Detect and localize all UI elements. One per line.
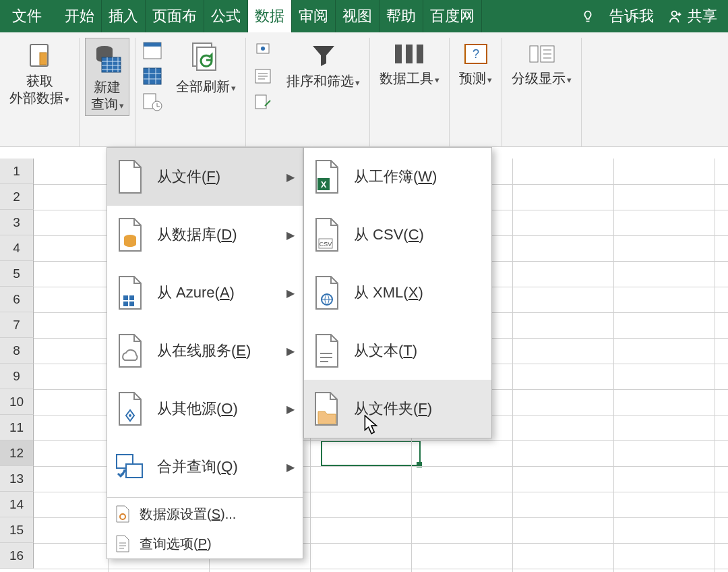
properties-icon[interactable] (251, 65, 274, 88)
get-external-data-button[interactable]: 获取外部数据 (5, 38, 73, 109)
row-header[interactable]: 6 (0, 287, 34, 312)
row-header[interactable]: 13 (0, 466, 34, 492)
svg-rect-16 (395, 45, 402, 63)
connections-icon[interactable] (251, 39, 274, 62)
submenu-from-text[interactable]: 从文本(T) (304, 322, 491, 380)
file-folder-icon (311, 390, 343, 428)
menu-from-other[interactable]: 从其他源(O) ▶ (107, 380, 303, 438)
tab-review[interactable]: 审阅 (292, 0, 336, 32)
svg-rect-25 (129, 295, 134, 300)
submenu-from-xml[interactable]: 从 XML(X) (304, 264, 491, 322)
menubar: 文件 开始 插入 页面布 公式 数据 审阅 视图 帮助 百度网 告诉我 共享 (0, 0, 728, 32)
row-header[interactable]: 4 (0, 235, 34, 261)
selected-cell[interactable] (321, 440, 421, 466)
row-headers: 1 2 3 4 5 6 7 8 9 10 11 12 13 14 15 16 (0, 159, 34, 572)
svg-rect-27 (129, 302, 134, 306)
tab-data[interactable]: 数据 (248, 0, 292, 32)
menu-from-database[interactable]: 从数据库(D) ▶ (107, 206, 303, 264)
svg-rect-2 (40, 53, 47, 65)
forecast-icon: ? (461, 40, 491, 67)
svg-rect-17 (406, 45, 413, 63)
share-label: 共享 (688, 6, 717, 26)
outline-button[interactable]: 分级显示 (508, 38, 576, 90)
file-azure-icon (114, 274, 146, 312)
combine-icon (114, 448, 146, 486)
svg-point-0 (672, 11, 677, 16)
tab-home[interactable]: 开始 (58, 0, 102, 32)
data-tools-button[interactable]: 数据工具 (375, 38, 444, 90)
show-queries-icon[interactable] (141, 39, 164, 62)
svg-rect-24 (123, 295, 128, 300)
file-blank-icon (114, 158, 146, 196)
file-other-icon (114, 390, 146, 428)
new-query-icon (90, 41, 125, 76)
get-external-icon (25, 40, 55, 70)
row-header[interactable]: 7 (0, 312, 34, 338)
tab-formulas[interactable]: 公式 (204, 0, 248, 32)
file-cloud-icon (114, 332, 146, 370)
share-button[interactable]: 共享 (669, 6, 717, 26)
sort-filter-button[interactable]: 排序和筛选 (282, 38, 364, 92)
from-table-icon[interactable] (141, 65, 164, 88)
menu-from-file[interactable]: 从文件(F) ▶ (107, 148, 303, 206)
row-header[interactable]: 11 (0, 415, 34, 440)
svg-text:?: ? (472, 47, 479, 61)
refresh-all-icon (189, 40, 224, 76)
svg-text:X: X (321, 179, 327, 190)
menu-from-azure[interactable]: 从 Azure(A) ▶ (107, 264, 303, 322)
forecast-button[interactable]: ? 预测 (455, 38, 496, 90)
submenu-from-workbook[interactable]: X 从工作簿(W) (304, 148, 491, 206)
new-query-button[interactable]: 新建查询 (85, 38, 129, 116)
row-header[interactable]: 12 (0, 440, 34, 466)
file-database-icon (114, 216, 146, 254)
svg-text:CSV: CSV (320, 241, 332, 248)
menu-from-online[interactable]: 从在线服务(E) ▶ (107, 322, 303, 380)
bulb-icon (581, 9, 595, 23)
tab-baidu[interactable]: 百度网 (423, 0, 482, 32)
share-icon (669, 9, 684, 24)
ribbon: 获取外部数据 新建查询 全部刷新 排序和筛选 (0, 32, 728, 147)
tell-me[interactable]: 告诉我 (609, 6, 654, 26)
svg-rect-21 (530, 46, 538, 62)
row-header[interactable]: 9 (0, 364, 34, 389)
row-header[interactable]: 15 (0, 517, 34, 543)
tab-view[interactable]: 视图 (336, 0, 380, 32)
menu-query-options[interactable]: 查询选项(P) (107, 529, 303, 559)
row-header[interactable]: 3 (0, 210, 34, 235)
tab-insert[interactable]: 插入 (102, 0, 146, 32)
svg-point-13 (261, 47, 265, 51)
menu-data-source-settings[interactable]: 数据源设置(S)... (107, 499, 303, 529)
tab-page-layout[interactable]: 页面布 (146, 0, 204, 32)
file-xml-icon (311, 274, 343, 312)
row-header[interactable]: 2 (0, 184, 34, 210)
svg-point-28 (129, 414, 131, 417)
refresh-all-button[interactable]: 全部刷新 (172, 38, 240, 98)
file-text-icon (311, 332, 343, 370)
settings-doc-icon (114, 505, 131, 523)
svg-rect-6 (144, 42, 161, 47)
options-doc-icon (114, 534, 131, 553)
funnel-icon (309, 40, 338, 70)
recent-sources-icon[interactable] (141, 90, 164, 113)
menu-combine[interactable]: 合并查询(Q) ▶ (107, 438, 303, 496)
new-query-menu: 从文件(F) ▶ 从数据库(D) ▶ 从 Azure(A) ▶ 从在线服务(E)… (107, 147, 303, 559)
submenu-from-csv[interactable]: CSV 从 CSV(C) (304, 206, 491, 264)
tab-help[interactable]: 帮助 (380, 0, 423, 32)
file-csv-icon: CSV (311, 216, 343, 254)
edit-links-icon[interactable] (251, 90, 274, 113)
row-header[interactable]: 8 (0, 338, 34, 364)
row-header[interactable]: 5 (0, 261, 34, 287)
row-header[interactable]: 14 (0, 492, 34, 517)
from-file-submenu: X 从工作簿(W) CSV 从 CSV(C) 从 XML(X) 从文本(T) 从… (303, 147, 492, 438)
file-excel-icon: X (311, 158, 343, 196)
tab-file[interactable]: 文件 (0, 0, 58, 32)
data-tools-icon (392, 40, 427, 67)
row-header[interactable]: 16 (0, 543, 34, 569)
svg-rect-30 (126, 464, 142, 478)
row-header[interactable]: 10 (0, 389, 34, 415)
row-header[interactable]: 1 (0, 159, 34, 184)
svg-rect-26 (123, 302, 128, 306)
svg-rect-7 (144, 68, 161, 84)
submenu-from-folder[interactable]: 从文件夹(F) (304, 380, 491, 438)
svg-rect-18 (417, 45, 423, 63)
